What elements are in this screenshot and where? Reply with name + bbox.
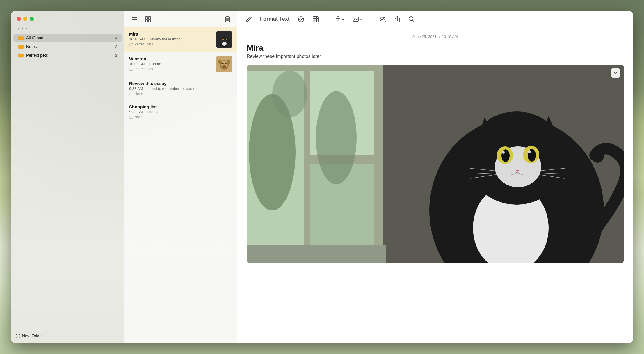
note-item-shopping-list[interactable]: Shopping list 9:33 AM · Cheese Notes: [124, 100, 237, 123]
format-text-button[interactable]: Format Text: [259, 15, 291, 23]
sidebar-item-notes-count: 2: [115, 45, 117, 49]
window-body: iCloud All iCloud 4 Notes 2: [11, 11, 633, 343]
folder-icon-notes: [18, 44, 24, 49]
svg-point-23: [225, 39, 226, 40]
sidebar-bottom: New Folder: [11, 329, 124, 343]
delete-button[interactable]: [224, 15, 231, 24]
checklist-icon: [298, 16, 304, 22]
search-icon: [408, 16, 415, 22]
note-list-toolbar: [124, 11, 237, 27]
dog-thumbnail: [216, 56, 232, 72]
media-button[interactable]: [351, 15, 364, 24]
new-folder-button[interactable]: New Folder: [16, 334, 43, 338]
cat-photo: [247, 65, 624, 263]
note-item-winston-folder: Perfect pets: [129, 67, 213, 71]
note-item-shopping-list-meta: 9:33 AM · Cheese: [129, 110, 232, 114]
svg-point-29: [225, 63, 227, 64]
svg-rect-40: [353, 17, 358, 21]
close-button[interactable]: [17, 17, 21, 21]
chevron-down-icon: [613, 71, 618, 75]
search-button[interactable]: [407, 15, 416, 24]
sidebar-item-perfect-pets[interactable]: Perfect pets 2: [13, 51, 122, 59]
svg-point-73: [591, 150, 604, 163]
list-view-button[interactable]: [130, 15, 139, 23]
maximize-button[interactable]: [30, 17, 34, 21]
share-icon: [394, 16, 400, 23]
note-subtitle[interactable]: Review these important photos later: [247, 54, 624, 59]
plus-circle-icon: [16, 334, 20, 338]
sidebar-item-perfect-pets-label: Perfect pets: [26, 53, 115, 58]
compose-button[interactable]: [244, 15, 253, 24]
media-icon: [353, 16, 359, 22]
note-item-review-essay-title: Review this essay: [129, 81, 232, 86]
folder-icon-small: [129, 43, 133, 46]
gallery-view-icon: [145, 16, 151, 22]
table-button[interactable]: [311, 15, 320, 24]
toolbar-separator-1: [327, 16, 327, 22]
svg-point-28: [222, 63, 224, 64]
new-folder-label: New Folder: [22, 334, 43, 338]
note-title-main[interactable]: Mira: [247, 43, 624, 53]
lock-button[interactable]: [334, 15, 346, 24]
svg-point-32: [298, 17, 304, 22]
minimize-button[interactable]: [23, 17, 27, 21]
svg-point-19: [222, 42, 227, 46]
svg-line-45: [412, 20, 414, 22]
share-button[interactable]: [393, 15, 401, 24]
cat-thumbnail: [216, 31, 232, 48]
note-detail-panel: Format Text: [237, 11, 633, 343]
svg-rect-7: [148, 17, 151, 19]
folder-icon-perfect-pets: [18, 53, 24, 58]
note-item-mira[interactable]: Mira 10:10 AM · Review these impo... Per…: [124, 27, 237, 52]
svg-rect-33: [313, 17, 318, 22]
lock-chevron-icon: [341, 18, 344, 20]
toolbar-separator-2: [371, 16, 371, 22]
collaborate-icon: [379, 16, 386, 22]
sidebar-item-notes[interactable]: Notes 2: [13, 43, 122, 51]
note-item-mira-preview: Review these impo...: [149, 37, 184, 41]
svg-point-41: [354, 18, 355, 19]
note-item-shopping-list-folder: Notes: [129, 115, 232, 119]
svg-point-27: [222, 65, 226, 68]
cat-photo-svg: [247, 65, 624, 263]
checklist-button[interactable]: [297, 15, 305, 24]
svg-point-63: [502, 151, 505, 154]
trash-icon: [225, 16, 230, 22]
note-item-shopping-list-title: Shopping list: [129, 104, 232, 109]
note-item-mira-meta: 10:10 AM · Review these impo...: [129, 37, 213, 41]
sidebar-section-label: iCloud: [11, 27, 124, 33]
svg-point-39: [337, 20, 338, 21]
note-date: June 25, 2021 at 10:10 AM: [247, 34, 624, 39]
svg-rect-6: [145, 17, 148, 19]
gallery-view-button[interactable]: [144, 15, 152, 24]
sidebar-item-notes-label: Notes: [26, 44, 115, 49]
note-item-mira-folder: Perfect pets: [129, 42, 213, 46]
compose-icon: [245, 16, 252, 22]
note-list: Mira 10:10 AM · Review these impo... Per…: [124, 27, 237, 343]
notes-window: iCloud All iCloud 4 Notes 2: [11, 11, 633, 343]
svg-point-53: [272, 71, 307, 117]
svg-rect-9: [148, 20, 151, 22]
note-item-winston-meta: 10:09 AM · 1 photo: [129, 62, 213, 66]
collaborate-button[interactable]: [378, 15, 387, 24]
sidebar-item-all-icloud[interactable]: All iCloud 4: [13, 34, 122, 42]
note-item-winston[interactable]: Winston 10:09 AM · 1 photo Perfect pets: [124, 52, 237, 77]
note-item-review-essay-meta: 9:33 AM · I need to remember to read t..…: [129, 86, 232, 91]
svg-rect-8: [145, 20, 148, 22]
format-text-icon: Format Text: [260, 16, 290, 22]
svg-point-22: [223, 39, 223, 40]
note-item-review-essay[interactable]: Review this essay 9:33 AM · I need to re…: [124, 77, 237, 100]
note-item-winston-title: Winston: [129, 56, 213, 61]
svg-point-52: [316, 91, 357, 184]
note-item-review-essay-folder: Notes: [129, 92, 232, 96]
window-controls: [11, 17, 124, 27]
expand-photo-button[interactable]: [611, 68, 620, 78]
sidebar-item-all-icloud-label: All iCloud: [26, 36, 115, 40]
media-chevron-icon: [360, 18, 363, 20]
note-thumbnail-mira: [216, 31, 232, 48]
lock-icon: [335, 16, 341, 22]
note-thumbnail-winston: [216, 56, 232, 72]
sidebar: iCloud All iCloud 4 Notes 2: [11, 11, 124, 343]
svg-point-42: [381, 17, 383, 20]
sidebar-item-all-icloud-count: 4: [115, 36, 117, 40]
